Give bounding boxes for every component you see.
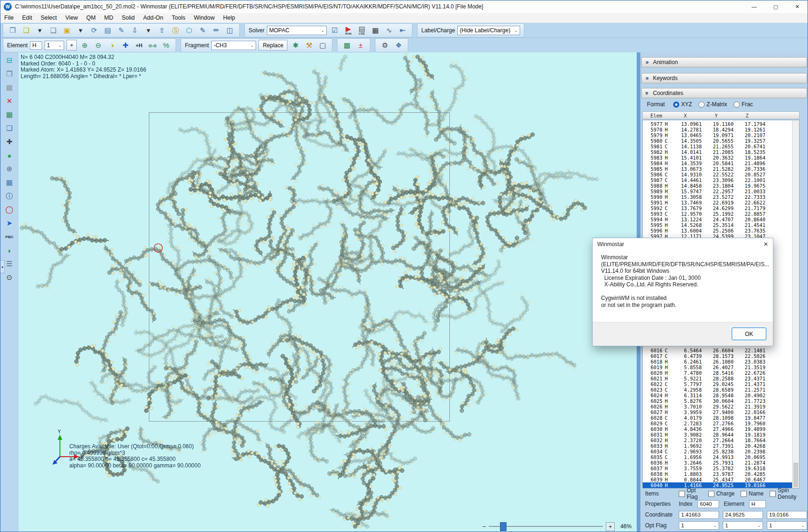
log-icon[interactable]: ▤ LOG — [356, 24, 367, 36]
menu-item[interactable]: Help — [219, 15, 239, 21]
menu-item[interactable]: MD — [100, 15, 117, 21]
fit-view-icon[interactable]: ✚ — [3, 136, 15, 147]
column-z[interactable]: Z — [732, 113, 763, 118]
coordinate-row[interactable]: 6019 H 5.8558 26.4027 21.3519 — [643, 364, 793, 370]
optflag-select-2[interactable]: 1 ⌄ — [723, 521, 763, 530]
window-panel-icon[interactable]: ❐ — [3, 68, 15, 80]
save-icon[interactable]: ▣ — [61, 24, 73, 36]
import-caret[interactable]: ▾ — [143, 24, 154, 36]
coordinate-row[interactable]: 5990 H 15.3058 23.5272 22.7333 — [643, 194, 793, 200]
attach-fragment-icon[interactable]: ✱ — [290, 39, 301, 51]
gear-icon[interactable]: ⚙ — [379, 39, 390, 51]
close-button[interactable]: ✕ — [786, 0, 808, 13]
charge-s-icon[interactable]: Ⓢ — [170, 24, 181, 36]
index-field[interactable]: 6040 — [698, 500, 719, 508]
optflag-select-3[interactable]: 1 ⌄ — [767, 521, 807, 530]
coordinate-row[interactable]: 5993 C 12.9570 25.1992 22.8857 — [643, 211, 793, 217]
ok-button[interactable]: OK — [732, 328, 766, 340]
coordinate-row[interactable]: 5984 H 14.3539 20.5841 21.4896 — [643, 160, 793, 166]
coordinate-row[interactable]: 5980 C 14.3505 20.5655 19.3257 — [643, 138, 793, 144]
camera-icon[interactable]: ⊙ — [3, 272, 15, 283]
hexagon-molecule-icon[interactable]: ⬡ — [184, 24, 195, 36]
menu-item[interactable]: Add-On — [139, 15, 168, 21]
coordinate-row[interactable]: 5983 H 15.4101 20.3632 19.1864 — [643, 155, 793, 160]
menu-item[interactable]: File — [0, 15, 18, 21]
add-hydrogen-icon[interactable]: +H — [133, 39, 145, 51]
menu-item[interactable]: Solid — [118, 15, 139, 21]
coordinate-row[interactable]: 6033 H 1.9692 27.7391 20.4268 — [643, 443, 793, 449]
optflag-select-1[interactable]: 1 ⌄ — [679, 521, 719, 530]
save-caret[interactable]: ▾ — [75, 24, 86, 36]
format-radio[interactable]: Z-Matrix — [698, 101, 727, 108]
table-green-icon[interactable]: ▦ — [3, 109, 15, 120]
coordinate-row[interactable]: 5977 H 13.0961 19.1160 17.1794 — [643, 121, 793, 127]
menu-item[interactable]: Window — [190, 15, 219, 21]
bond-icon[interactable]: o-o — [147, 39, 158, 51]
animation-section-header[interactable]: » Animation — [641, 57, 807, 67]
animation-film-icon[interactable]: ▦ — [370, 24, 381, 36]
coordinate-row[interactable]: 6021 H 5.9221 28.2588 23.4371 — [643, 376, 793, 381]
dialog-close-button[interactable]: ✕ — [764, 241, 768, 248]
move-atom-icon[interactable]: ✚ — [120, 39, 131, 51]
coordinate-row[interactable]: 6031 H 3.9082 28.9644 19.1819 — [643, 432, 793, 437]
coordinate-row[interactable]: 5987 C 14.4461 23.3096 22.1001 — [643, 177, 793, 183]
remove-atom-icon[interactable]: ⊖ — [93, 39, 104, 51]
coordinate-row[interactable]: 5989 H 15.9747 22.2957 21.0033 — [643, 189, 793, 194]
database-cube-icon[interactable]: ◫ — [224, 24, 235, 36]
grid-panel-icon[interactable]: ▦ — [3, 82, 15, 93]
pbc-icon[interactable]: PBC — [3, 231, 15, 242]
coordinate-z-field[interactable]: 19.0166 — [767, 511, 807, 519]
coordinate-row[interactable]: 5995 H 14.5268 25.3514 21.4541 — [643, 222, 793, 228]
new-file-icon[interactable]: ❑ — [48, 24, 59, 36]
coordinate-row[interactable]: 6025 H 5.8276 30.0604 21.7723 — [643, 398, 793, 404]
add-element-button[interactable]: + — [66, 40, 77, 51]
model-viewport[interactable]: N= 6 040 C2000H4040 M= 28 094.32 Marked … — [19, 52, 637, 532]
coordinate-x-field[interactable]: 1.41663 — [679, 511, 719, 519]
coordinate-row[interactable]: 6026 H 3.7010 29.5622 21.3919 — [643, 404, 793, 409]
label-charge-combo[interactable]: (Hide Label/Charge) ⌄ — [457, 26, 520, 35]
table-scrollbar[interactable] — [792, 120, 799, 488]
display-checkbox[interactable]: Spin Density — [770, 487, 801, 500]
ion-charge-icon[interactable]: ± — [355, 39, 366, 51]
format-radio[interactable]: XYZ — [673, 101, 692, 108]
measure-icon[interactable]: % — [161, 39, 172, 51]
coordinate-row[interactable]: 5982 H 14.0141 21.2085 18.5235 — [643, 149, 793, 155]
save-copy-icon[interactable]: ✎ — [116, 24, 127, 36]
coordinate-row[interactable]: 6023 C 4.2958 28.6589 21.2571 — [643, 387, 793, 393]
save-as-icon[interactable]: ▤ — [102, 24, 113, 36]
coordinate-row[interactable]: 6016 C 6.5464 26.6604 22.1481 — [643, 348, 793, 353]
coordinate-row[interactable]: 6028 C 4.0179 28.1098 19.8477 — [643, 415, 793, 421]
coordinate-row[interactable]: 6032 H 2.3720 27.2664 18.7664 — [643, 437, 793, 443]
coordinate-row[interactable]: 5985 H 13.0673 21.5282 20.7336 — [643, 166, 793, 172]
import-result-icon[interactable]: ⇤ — [397, 24, 408, 36]
list-lines-icon[interactable]: ☰ — [3, 258, 15, 270]
select-circle-icon[interactable]: ◯ — [3, 204, 15, 215]
coordinate-row[interactable]: 6030 H 4.8436 27.4966 19.4899 — [643, 426, 793, 432]
import-icon[interactable]: ⇩ — [129, 24, 140, 36]
reload-icon[interactable]: ⟳ — [88, 24, 100, 36]
cleanup-icon[interactable]: ⚒ — [303, 39, 315, 51]
coordinate-row[interactable]: 6034 C 2.9693 25.8238 20.2398 — [643, 449, 793, 454]
menu-item[interactable]: Edit — [18, 15, 37, 21]
supercell-icon[interactable]: ▩ — [341, 39, 353, 51]
rotate-view-icon[interactable]: ⊛ — [3, 163, 15, 175]
coordinate-row[interactable]: 5988 H 14.8458 23.1804 19.9675 — [643, 183, 793, 189]
keywords-section-header[interactable]: » Keywords — [641, 73, 807, 83]
window-link-icon[interactable]: ❖ — [393, 39, 404, 51]
cell-box-icon[interactable]: ▢ — [317, 39, 328, 51]
coordinate-row[interactable]: 5981 C 14.1138 21.2655 20.6741 — [643, 144, 793, 149]
format-radio[interactable]: Frac — [734, 101, 753, 108]
open-file-caret[interactable]: ▾ — [34, 24, 45, 36]
coordinate-row[interactable]: 5991 H 13.7469 22.6919 22.6622 — [643, 200, 793, 205]
coordinate-row[interactable]: 5979 H 13.0465 19.0971 20.2107 — [643, 132, 793, 138]
run-icon[interactable]: ▶ RUN — [343, 24, 354, 36]
coordinate-row[interactable]: 6038 H 1.8803 23.9787 20.4285 — [643, 471, 793, 477]
coordinate-row[interactable]: 5978 H 14.2781 18.4294 19.1261 — [643, 127, 793, 132]
vector-arrow-icon[interactable]: ➤ — [3, 218, 15, 229]
coordinate-row[interactable]: 6036 H 3.2646 25.7931 21.2874 — [643, 460, 793, 466]
coordinate-row[interactable]: 6017 C 6.4739 28.1573 22.5026 — [643, 353, 793, 359]
coordinate-row[interactable]: 6035 C 1.6956 24.9913 20.0695 — [643, 454, 793, 460]
info-icon[interactable]: ⓘ — [3, 190, 15, 202]
coordinate-row[interactable]: 5994 H 13.1224 24.4707 20.8640 — [643, 217, 793, 222]
menu-item[interactable]: Tools — [168, 15, 190, 21]
